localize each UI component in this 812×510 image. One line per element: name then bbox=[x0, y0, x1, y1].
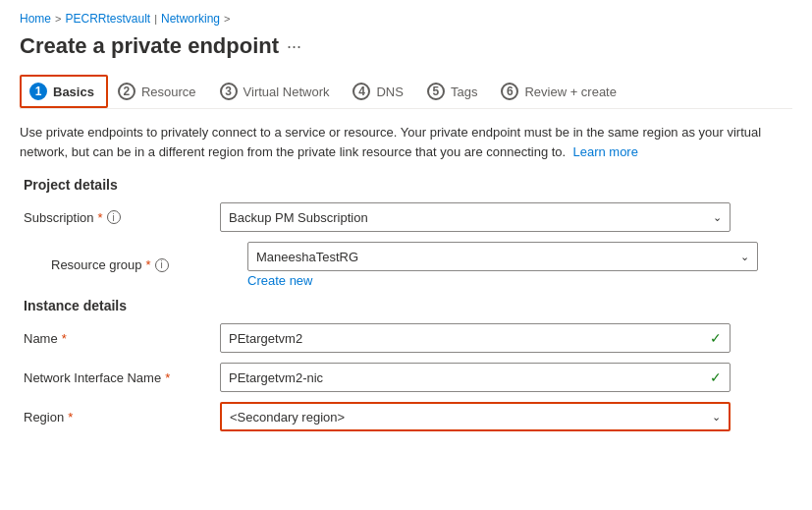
tab-dns-num: 4 bbox=[352, 83, 370, 100]
region-required: * bbox=[68, 410, 73, 425]
tab-resource-num: 2 bbox=[118, 83, 135, 100]
tab-resource-label: Resource bbox=[141, 85, 196, 99]
resource-group-required: * bbox=[146, 257, 151, 272]
page-title: Create a private endpoint bbox=[20, 33, 279, 59]
subscription-label: Subscription bbox=[24, 210, 94, 225]
tab-basics[interactable]: 1 Basics bbox=[20, 75, 108, 108]
subscription-row: Subscription * i Backup PM Subscription … bbox=[24, 202, 792, 232]
nic-input-field[interactable]: ✓ bbox=[220, 363, 731, 392]
tab-basics-label: Basics bbox=[53, 85, 94, 99]
name-check-icon: ✓ bbox=[710, 330, 722, 346]
breadcrumb-home[interactable]: Home bbox=[20, 12, 51, 26]
region-row: Region * <Secondary region> ⌄ bbox=[24, 402, 792, 431]
subscription-info-icon[interactable]: i bbox=[107, 210, 121, 224]
wizard-tabs: 1 Basics 2 Resource 3 Virtual Network 4 … bbox=[20, 75, 792, 109]
description-text: Use private endpoints to privately conne… bbox=[20, 123, 766, 161]
resource-group-info-icon[interactable]: i bbox=[155, 258, 169, 272]
subscription-arrow-icon: ⌄ bbox=[713, 211, 722, 224]
tab-review-num: 6 bbox=[501, 83, 518, 100]
nic-row: Network Interface Name * ✓ bbox=[24, 363, 792, 392]
nic-required: * bbox=[165, 370, 170, 385]
region-value: <Secondary region> bbox=[230, 410, 345, 425]
tab-basics-num: 1 bbox=[29, 83, 47, 100]
tab-vnet-label: Virtual Network bbox=[244, 85, 330, 99]
tab-tags-label: Tags bbox=[451, 85, 477, 99]
breadcrumb-sep1: > bbox=[55, 13, 61, 25]
region-arrow-icon: ⌄ bbox=[712, 411, 721, 424]
region-label: Region bbox=[24, 410, 64, 425]
name-label: Name bbox=[24, 331, 58, 346]
breadcrumb-section[interactable]: Networking bbox=[161, 12, 220, 26]
name-input-field[interactable]: ✓ bbox=[220, 323, 731, 353]
subscription-required: * bbox=[98, 210, 103, 225]
resource-group-row: Resource group * i ManeeshaTestRG ⌄ Crea… bbox=[24, 242, 792, 288]
tab-vnet-num: 3 bbox=[220, 83, 238, 100]
tab-tags[interactable]: 5 Tags bbox=[417, 75, 491, 108]
tab-tags-num: 5 bbox=[427, 83, 445, 100]
subscription-dropdown[interactable]: Backup PM Subscription ⌄ bbox=[220, 202, 731, 232]
tab-dns[interactable]: 4 DNS bbox=[343, 75, 416, 108]
tab-review-label: Review + create bbox=[524, 85, 617, 99]
name-input[interactable] bbox=[229, 331, 710, 346]
breadcrumb-vault[interactable]: PECRRtestvault bbox=[65, 12, 150, 26]
nic-input[interactable] bbox=[229, 370, 710, 385]
resource-group-arrow-icon: ⌄ bbox=[740, 251, 749, 263]
region-dropdown[interactable]: <Secondary region> ⌄ bbox=[220, 402, 731, 431]
resource-group-value: ManeeshaTestRG bbox=[256, 250, 358, 264]
name-required: * bbox=[62, 331, 67, 346]
tab-dns-label: DNS bbox=[376, 85, 403, 99]
breadcrumb-sep2: | bbox=[154, 13, 157, 25]
tab-review[interactable]: 6 Review + create bbox=[491, 75, 630, 108]
resource-group-dropdown[interactable]: ManeeshaTestRG ⌄ bbox=[247, 242, 758, 271]
name-row: Name * ✓ bbox=[24, 323, 792, 353]
create-new-link[interactable]: Create new bbox=[247, 273, 758, 288]
tab-resource[interactable]: 2 Resource bbox=[108, 75, 210, 108]
resource-group-label: Resource group bbox=[51, 257, 142, 272]
tab-virtual-network[interactable]: 3 Virtual Network bbox=[210, 75, 344, 108]
instance-details-title: Instance details bbox=[24, 298, 792, 313]
nic-check-icon: ✓ bbox=[710, 369, 722, 385]
breadcrumb-sep3: > bbox=[224, 13, 230, 25]
subscription-value: Backup PM Subscription bbox=[229, 210, 368, 225]
learn-more-link[interactable]: Learn more bbox=[572, 144, 637, 159]
nic-label: Network Interface Name bbox=[24, 370, 161, 385]
project-details-title: Project details bbox=[24, 177, 792, 193]
page-title-menu[interactable]: ··· bbox=[287, 36, 301, 57]
breadcrumb: Home > PECRRtestvault | Networking > bbox=[20, 12, 792, 26]
